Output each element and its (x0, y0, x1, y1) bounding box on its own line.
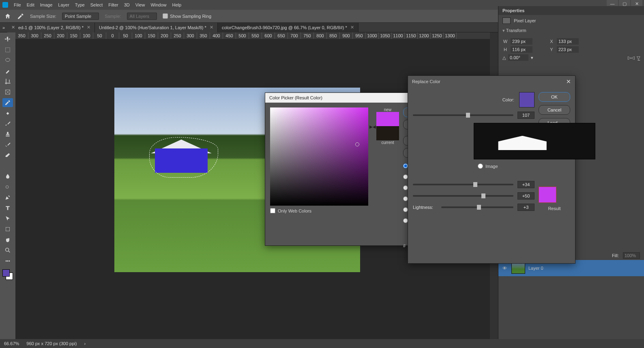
home-icon[interactable] (4, 13, 11, 19)
close-icon[interactable]: ✕ (350, 25, 354, 30)
document-tab[interactable]: ✕ ed-1 @ 100% (Layer 2, RGB/8) * ✕ (7, 23, 95, 32)
prop-h-input[interactable] (511, 46, 532, 53)
new-color-swatch (376, 112, 399, 126)
doc-info-chevron-icon[interactable]: › (84, 341, 86, 346)
shape-tool[interactable] (2, 225, 13, 234)
svg-rect-0 (6, 48, 10, 52)
prop-x-input[interactable] (557, 38, 579, 45)
marquee-selection (149, 137, 218, 178)
show-sampling-ring-label: Show Sampling Ring (170, 14, 211, 19)
document-tab-label: Untitled-2 @ 100% (Hue/Saturation 1, Lay… (99, 25, 206, 30)
wand-tool[interactable] (2, 67, 13, 75)
color-picker-title: Color Picker (Result Color) (269, 95, 322, 100)
pen-tool[interactable] (2, 193, 13, 202)
source-color-swatch[interactable] (519, 92, 535, 107)
menu-3d[interactable]: 3D (124, 2, 130, 7)
close-icon[interactable]: ✕ (87, 25, 90, 30)
hand-tool[interactable] (2, 235, 13, 244)
eraser-tool[interactable] (2, 151, 13, 160)
prop-w-label: W (502, 39, 508, 44)
document-tab[interactable]: colorChangeBrush3-960x720.jpg @ 66.7% (L… (218, 23, 358, 32)
document-tab[interactable]: Untitled-2 @ 100% (Hue/Saturation 1, Lay… (95, 23, 218, 32)
prop-w-input[interactable] (511, 38, 532, 45)
zoom-tool[interactable] (2, 246, 13, 255)
hue-value[interactable] (517, 181, 535, 188)
blur-tool[interactable] (2, 172, 13, 181)
menu-type[interactable]: Type (75, 2, 85, 7)
foreground-color-swatch[interactable] (2, 269, 10, 277)
layer-name[interactable]: Layer 0 (528, 266, 543, 271)
status-bar: 66.67% 960 px x 720 px (300 ppi) › (0, 339, 644, 348)
crop-tool[interactable] (2, 77, 13, 86)
menu-image[interactable]: Image (40, 2, 53, 7)
app-logo-icon (2, 2, 8, 8)
replace-color-title: Replace Color (412, 79, 440, 84)
prop-angle-input[interactable] (508, 54, 528, 61)
menu-layer[interactable]: Layer (58, 2, 69, 7)
menu-help[interactable]: Help (172, 2, 182, 7)
result-color-swatch[interactable] (539, 187, 556, 203)
history-brush-tool[interactable] (2, 140, 13, 149)
ok-button[interactable]: OK (539, 92, 570, 102)
close-icon[interactable]: ✕ (566, 78, 571, 85)
color-marker[interactable] (355, 142, 359, 146)
menu-file[interactable]: File (14, 2, 21, 7)
menu-select[interactable]: Select (90, 2, 103, 7)
sample-size-select[interactable]: Point Sample (62, 13, 99, 20)
close-icon[interactable]: ✕ (210, 25, 213, 30)
zoom-level[interactable]: 66.67% (4, 341, 19, 346)
menu-view[interactable]: View (135, 2, 145, 7)
lightness-slider[interactable] (441, 206, 513, 208)
fuzziness-input[interactable] (517, 112, 535, 119)
stamp-tool[interactable] (2, 130, 13, 139)
properties-panel-header[interactable]: Properties (498, 6, 644, 15)
hue-slider[interactable] (413, 184, 513, 185)
lightness-value[interactable] (517, 204, 535, 211)
gradient-tool[interactable] (2, 161, 13, 170)
color-swatches[interactable] (2, 269, 13, 280)
show-sampling-ring-check: Show Sampling Ring (163, 13, 211, 19)
chevron-down-icon[interactable]: ▾ (531, 55, 533, 60)
new-color-label: new (384, 107, 391, 112)
menu-window[interactable]: Window (150, 2, 166, 7)
type-tool[interactable] (2, 204, 13, 213)
toolbox: ••• (0, 32, 15, 339)
image-radio[interactable] (478, 163, 483, 169)
layer-thumbnail[interactable] (511, 262, 525, 274)
path-select-tool[interactable] (2, 214, 13, 223)
flip-horizontal-icon[interactable]: ▷◁ (628, 55, 634, 60)
saturation-slider[interactable] (413, 195, 513, 197)
result-label: Result (539, 206, 570, 211)
svg-point-1 (6, 58, 10, 62)
sample-label: Sample: (105, 14, 121, 19)
fill-input[interactable] (623, 252, 640, 259)
heal-tool[interactable] (2, 109, 13, 118)
tab-overflow-icon[interactable]: » (0, 25, 7, 30)
only-web-colors-check[interactable]: Only Web Colors (270, 208, 368, 213)
prop-y-label: Y (549, 47, 554, 52)
frame-tool[interactable] (2, 88, 13, 97)
move-tool[interactable] (2, 35, 13, 44)
cancel-button[interactable]: Cancel (539, 105, 570, 115)
saturation-value-field[interactable] (270, 107, 368, 206)
brush-tool[interactable] (2, 119, 13, 128)
marquee-tool[interactable] (2, 45, 13, 54)
prop-h-label: H (502, 47, 508, 52)
doc-info[interactable]: 960 px x 720 px (300 ppi) (26, 341, 77, 346)
fuzziness-slider[interactable] (413, 114, 513, 116)
hex-label: # (403, 243, 406, 248)
only-web-colors-checkbox[interactable] (270, 208, 275, 213)
menu-edit[interactable]: Edit (27, 2, 34, 7)
sat-value[interactable] (517, 192, 535, 200)
eyedropper-tool-icon[interactable] (17, 13, 24, 20)
more-tools-icon[interactable]: ••• (2, 256, 13, 265)
transform-section-header[interactable]: Transform (498, 26, 644, 35)
horizontal-ruler: 3503002502001501005005010015020025030035… (15, 32, 490, 39)
menu-filter[interactable]: Filter (108, 2, 118, 7)
dodge-tool[interactable] (2, 183, 13, 191)
prop-y-input[interactable] (557, 46, 579, 53)
eyedropper-tool[interactable] (2, 98, 13, 107)
visibility-icon[interactable]: 👁 (502, 266, 508, 271)
flip-vertical-icon[interactable]: ▽̲ (637, 55, 640, 60)
lasso-tool[interactable] (2, 56, 13, 65)
